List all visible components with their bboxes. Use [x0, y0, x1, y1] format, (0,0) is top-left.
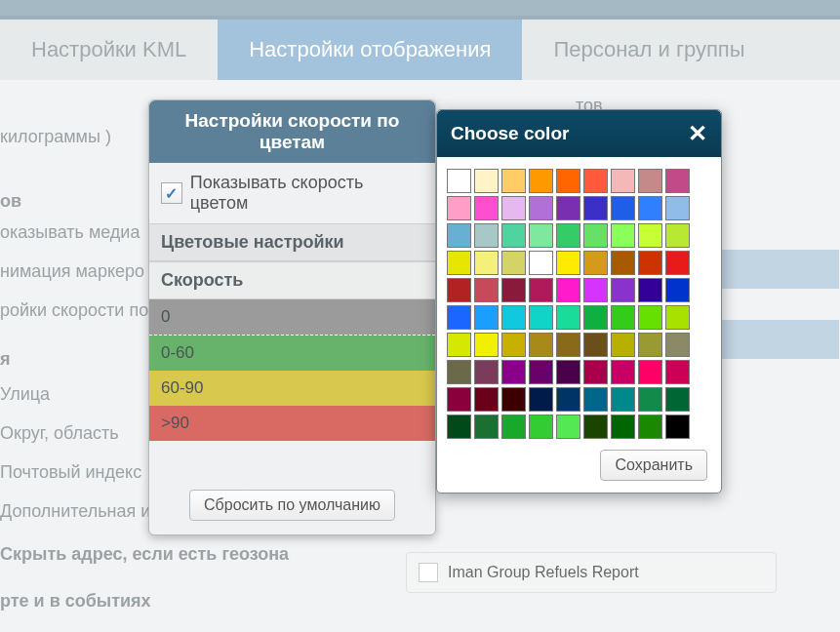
color-swatch[interactable] [611, 415, 635, 439]
color-swatch[interactable] [611, 251, 635, 275]
color-swatch[interactable] [665, 251, 690, 275]
speed-row-3[interactable]: >90 [149, 406, 435, 441]
reset-button[interactable]: Сбросить по умолчанию [189, 490, 395, 521]
color-swatch[interactable] [529, 387, 553, 412]
color-swatch[interactable] [611, 387, 635, 412]
close-icon[interactable]: ✕ [688, 120, 707, 147]
color-swatch[interactable] [583, 223, 608, 248]
color-swatch[interactable] [583, 387, 608, 412]
color-swatch[interactable] [665, 360, 690, 384]
color-swatch[interactable] [611, 169, 635, 193]
color-swatch[interactable] [638, 196, 662, 220]
color-swatch[interactable] [638, 305, 662, 330]
color-swatch[interactable] [583, 333, 608, 357]
color-swatch[interactable] [638, 278, 662, 302]
color-swatch[interactable] [474, 251, 499, 275]
color-swatch[interactable] [638, 387, 662, 412]
color-swatch[interactable] [447, 415, 471, 439]
color-swatch[interactable] [583, 305, 608, 330]
color-swatch[interactable] [611, 196, 635, 220]
color-swatch[interactable] [665, 305, 690, 330]
color-swatch[interactable] [638, 169, 662, 193]
color-swatch[interactable] [665, 223, 690, 248]
color-swatch[interactable] [501, 196, 526, 220]
tab-kml[interactable]: Настройки KML [0, 20, 218, 80]
color-swatch[interactable] [447, 169, 471, 193]
color-swatch[interactable] [638, 333, 662, 357]
color-swatch[interactable] [447, 251, 471, 275]
color-swatch[interactable] [474, 305, 499, 330]
color-swatch[interactable] [447, 196, 471, 220]
color-swatch[interactable] [611, 223, 635, 248]
color-swatch[interactable] [556, 360, 580, 384]
color-swatch[interactable] [583, 169, 608, 193]
color-swatch[interactable] [474, 196, 499, 220]
color-swatch[interactable] [529, 360, 553, 384]
color-swatch[interactable] [474, 387, 499, 412]
color-swatch[interactable] [665, 196, 690, 220]
color-swatch[interactable] [556, 305, 580, 330]
color-swatch[interactable] [474, 333, 499, 357]
color-swatch[interactable] [447, 360, 471, 384]
speed-row-0[interactable]: 0 [149, 299, 435, 336]
color-swatch[interactable] [611, 305, 635, 330]
color-swatch[interactable] [501, 305, 526, 330]
color-swatch[interactable] [447, 223, 471, 248]
color-swatch[interactable] [583, 360, 608, 384]
color-swatch[interactable] [529, 169, 553, 193]
color-swatch[interactable] [665, 387, 690, 412]
color-swatch[interactable] [474, 415, 499, 439]
color-swatch[interactable] [529, 333, 553, 357]
color-swatch[interactable] [611, 278, 635, 302]
color-swatch[interactable] [665, 333, 690, 357]
color-swatch[interactable] [529, 278, 553, 302]
color-swatch[interactable] [638, 360, 662, 384]
color-swatch[interactable] [474, 278, 499, 302]
color-swatch[interactable] [501, 169, 526, 193]
color-swatch[interactable] [583, 196, 608, 220]
color-swatch[interactable] [529, 223, 553, 248]
color-swatch[interactable] [447, 278, 471, 302]
color-swatch[interactable] [529, 415, 553, 439]
color-swatch[interactable] [665, 169, 690, 193]
color-swatch[interactable] [583, 278, 608, 302]
color-swatch[interactable] [447, 305, 471, 330]
color-swatch[interactable] [556, 333, 580, 357]
color-swatch[interactable] [529, 305, 553, 330]
tab-display[interactable]: Настройки отображения [218, 20, 522, 80]
color-swatch[interactable] [665, 278, 690, 302]
color-swatch[interactable] [529, 196, 553, 220]
show-speed-checkbox[interactable]: ✓ [161, 182, 182, 204]
color-swatch[interactable] [556, 415, 580, 439]
speed-row-2[interactable]: 60-90 [149, 371, 435, 406]
color-swatch[interactable] [583, 251, 608, 275]
color-swatch[interactable] [501, 223, 526, 248]
color-swatch[interactable] [665, 415, 690, 439]
color-swatch[interactable] [474, 169, 499, 193]
color-swatch[interactable] [556, 387, 580, 412]
color-swatch[interactable] [474, 360, 499, 384]
color-swatch[interactable] [529, 251, 553, 275]
color-swatch[interactable] [447, 333, 471, 357]
color-swatch[interactable] [611, 360, 635, 384]
color-swatch[interactable] [474, 223, 499, 248]
color-swatch[interactable] [556, 169, 580, 193]
color-swatch[interactable] [638, 251, 662, 275]
color-swatch[interactable] [501, 415, 526, 439]
color-swatch[interactable] [501, 278, 526, 302]
color-swatch[interactable] [501, 360, 526, 384]
color-swatch[interactable] [638, 415, 662, 439]
color-swatch[interactable] [447, 387, 471, 412]
color-swatch[interactable] [556, 196, 580, 220]
color-swatch[interactable] [583, 415, 608, 439]
bg-iman-checkbox[interactable] [419, 563, 438, 582]
color-swatch[interactable] [501, 251, 526, 275]
speed-row-1[interactable]: 0-60 [149, 336, 435, 371]
save-button[interactable]: Сохранить [600, 450, 707, 481]
color-swatch[interactable] [638, 223, 662, 248]
tab-personnel[interactable]: Персонал и группы [522, 20, 776, 80]
color-swatch[interactable] [556, 223, 580, 248]
color-swatch[interactable] [501, 387, 526, 412]
color-swatch[interactable] [556, 251, 580, 275]
color-swatch[interactable] [501, 333, 526, 357]
